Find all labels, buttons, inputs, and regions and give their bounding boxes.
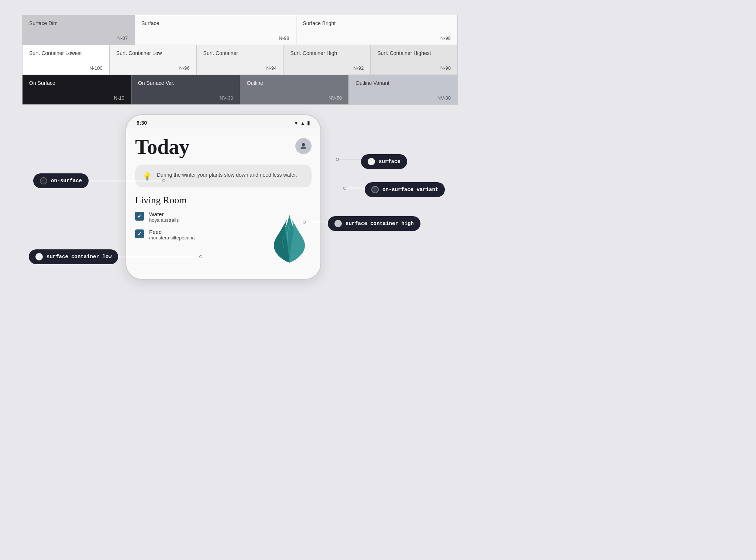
task-checkbox-feed[interactable] [135,229,144,238]
palette-row-1: Surface Dim N-87 Surface N-98 Surface Br… [22,15,458,45]
cell-value-container-lowest: N-100 [89,65,102,71]
cell-label-container-low: Surf. Container Low [116,50,190,56]
wifi-icon [294,120,298,126]
surf-container-low-annotation: surface container low [29,249,118,264]
connector-line-scl [118,257,199,257]
annotation-dot-surface [368,158,375,165]
task-text-feed: Feed monstera siltepecana [149,229,195,241]
cell-value-surface-dim: N-87 [117,35,128,41]
phone-status-bar: 9:30 [126,115,320,128]
annotation-surf-container-low: surface container low [29,249,118,264]
status-icons [294,120,310,126]
palette-cell-surface-bright: Surface Bright N-98 [296,15,458,45]
cell-label-surface-bright: Surface Bright [303,20,451,26]
annotation-surface: surface [361,154,407,169]
palette-cell-outline-variant: Outline Variant NV-80 [349,75,457,104]
phone-frame: 9:30 Today 💡 During the [126,114,321,280]
palette-row-2: Surf. Container Lowest N-100 Surf. Conta… [22,45,458,75]
task-checkbox-water[interactable] [135,212,144,221]
svg-point-0 [302,143,305,146]
annotation-on-surface-variant: on-surface variant [365,182,445,197]
plant-svg [267,211,312,266]
phone-content: Today 💡 During the winter your plants sl… [126,128,320,279]
cell-value-on-surface: N-10 [114,95,124,101]
task-sub-feed: monstera siltepecana [149,235,195,241]
task-list: Water hoya australis Feed monstera silte… [135,211,195,268]
cell-value-surface-bright: N-98 [440,35,451,41]
palette-row-3: On Surface N-10 On Surface Var. NV-30 Ou… [22,75,458,105]
today-title: Today [135,136,189,159]
palette-cell-container-high: Surf. Container High N-92 [284,45,371,75]
cell-value-surface: N-98 [279,35,289,41]
palette-cell-surface-dim: Surface Dim N-87 [23,15,135,45]
info-card-text: During the winter your plants slow down … [157,171,297,179]
person-icon [299,142,308,151]
task-sub-water: hoya australis [149,217,179,223]
connector-dot-surface [336,158,339,161]
cell-label-outline-variant: Outline Variant [355,80,451,86]
phone-header: Today [135,132,312,159]
annotation-dot-on-surface [40,177,47,184]
connector-dot-osv [343,187,346,190]
cell-value-container-low: N-96 [179,65,189,71]
annotation-label-osv: on-surface variant [382,187,438,193]
annotation-on-surface: on-surface [33,173,89,188]
task-name-water: Water [149,211,179,217]
task-item-water: Water hoya australis [135,211,195,223]
plant-illustration [267,211,312,268]
battery-icon [307,120,310,126]
cell-value-outline-variant: NV-80 [437,95,451,101]
cell-label-surface: Surface [141,20,289,26]
cell-value-container-highest: N-90 [440,65,451,71]
connector-line-surface [339,159,361,159]
connector-line-on-surface [89,181,162,181]
connector-line-osv [346,188,365,188]
palette-cell-outline: Outline NV-50 [240,75,349,104]
info-card: 💡 During the winter your plants slow dow… [135,165,312,187]
palette-cell-on-surface-var: On Surface Var. NV-30 [131,75,240,104]
palette-cell-surface: Surface N-98 [135,15,296,45]
task-text-water: Water hoya australis [149,211,179,223]
palette-section: Surface Dim N-87 Surface N-98 Surface Br… [22,15,458,105]
palette-cell-container-low: Surf. Container Low N-96 [110,45,197,75]
connector-dot-on-surface [162,179,165,182]
cell-label-container-lowest: Surf. Container Lowest [29,50,103,56]
annotation-dot-scl [35,253,43,260]
section-title: Living Room [135,195,312,206]
cell-value-container-high: N-92 [353,65,364,71]
annotation-surf-container-high: surface container high [328,216,420,231]
status-time: 9:30 [137,120,147,126]
palette-cell-container-highest: Surf. Container Highest N-90 [371,45,457,75]
annotation-label-sch: surface container high [346,221,414,227]
annotation-dot-sch [334,220,342,227]
cell-value-container: N-94 [266,65,276,71]
palette-cell-container-lowest: Surf. Container Lowest N-100 [23,45,110,75]
annotation-label-scl: surface container low [47,254,111,260]
cell-label-surface-dim: Surface Dim [29,20,128,26]
cell-label-container: Surf. Container [203,50,277,56]
signal-icon [300,120,305,126]
cell-label-on-surface: On Surface [29,80,124,86]
annotation-label-on-surface: on-surface [51,178,82,184]
connector-line-sch [306,222,328,222]
cell-label-outline: Outline [247,80,342,86]
phone-mockup: 9:30 Today 💡 During the [126,114,321,280]
task-name-feed: Feed [149,229,195,235]
on-surface-annotation-connector: on-surface [33,173,89,188]
avatar-button[interactable] [295,138,312,154]
cell-label-container-highest: Surf. Container Highest [377,50,451,56]
cell-label-on-surface-var: On Surface Var. [138,80,233,86]
palette-cell-container: Surf. Container N-94 [197,45,284,75]
cell-value-outline: NV-50 [329,95,342,101]
annotation-dot-osv [371,186,379,193]
task-item-feed: Feed monstera siltepecana [135,229,195,241]
cell-label-container-high: Surf. Container High [290,50,364,56]
palette-cell-on-surface: On Surface N-10 [23,75,131,104]
annotation-label-surface: surface [379,159,401,165]
lightbulb-icon: 💡 [142,172,152,181]
connector-dot-sch [303,221,306,224]
cell-value-on-surface-var: NV-30 [220,95,233,101]
